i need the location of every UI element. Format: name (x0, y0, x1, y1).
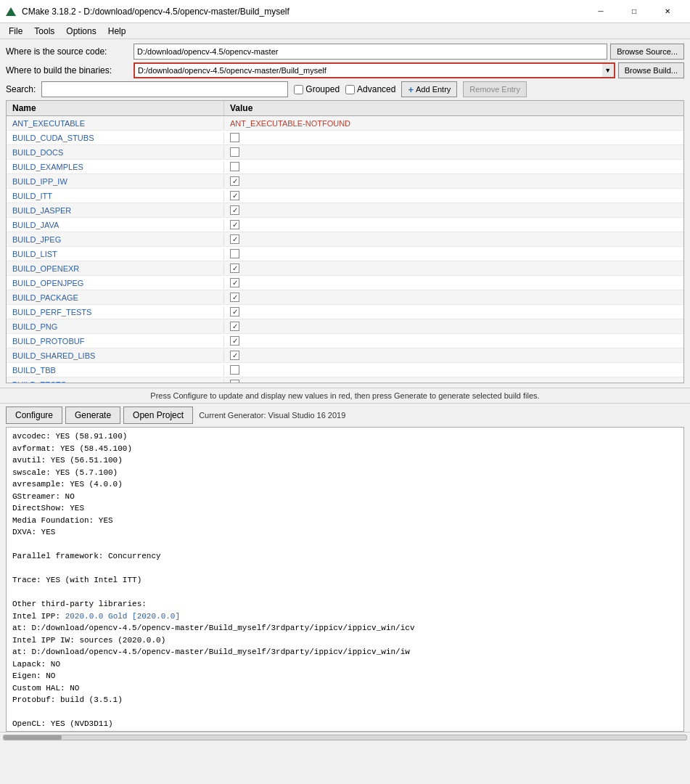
table-row[interactable]: BUILD_OPENEXR✓ (7, 261, 683, 276)
window-title: CMake 3.18.2 - D:/download/opencv-4.5/op… (22, 7, 584, 17)
table-row[interactable]: BUILD_DOCS (7, 145, 683, 160)
table-row[interactable]: BUILD_TESTS✓ (7, 377, 683, 383)
table-row[interactable]: BUILD_ITT✓ (7, 189, 683, 203)
scroll-track[interactable] (3, 735, 687, 740)
table-row[interactable]: BUILD_SHARED_LIBS✓ (7, 348, 683, 363)
checkbox-build_protobuf[interactable]: ✓ (230, 336, 239, 346)
log-line: Other third-party libraries: (12, 598, 678, 611)
log-line: Parallel framework: Concurrency (12, 550, 678, 563)
checkbox-build_shared_libs[interactable]: ✓ (230, 351, 239, 360)
log-line: avresample: YES (4.0.0) (12, 478, 678, 491)
cell-value[interactable]: ANT_EXECUTABLE-NOTFOUND (224, 118, 683, 129)
configure-button[interactable]: Configure (6, 407, 62, 424)
log-line: swscale: YES (5.7.100) (12, 467, 678, 479)
table-row[interactable]: ANT_EXECUTABLEANT_EXECUTABLE-NOTFOUND (7, 116, 683, 131)
log-line (12, 563, 678, 575)
build-dropdown-arrow[interactable]: ▼ (602, 62, 615, 78)
table-row[interactable]: BUILD_JASPER✓ (7, 203, 683, 218)
source-label: Where is the source code: (6, 46, 129, 57)
cell-value[interactable]: ✓ (224, 189, 683, 202)
checkbox-build_examples[interactable] (230, 162, 239, 171)
checkbox-build_itt[interactable]: ✓ (230, 191, 239, 200)
cell-value[interactable]: ✓ (224, 306, 683, 318)
checkbox-build_list[interactable] (230, 249, 239, 258)
remove-entry-button[interactable]: Remove Entry (463, 81, 527, 97)
add-entry-label: Add Entry (416, 85, 451, 94)
advanced-checkbox[interactable] (345, 85, 355, 94)
search-row: Search: Grouped Advanced + Add Entry Rem… (6, 81, 684, 97)
build-input[interactable] (134, 62, 602, 78)
search-input[interactable] (41, 81, 288, 97)
close-button[interactable]: ✕ (651, 0, 684, 23)
checkbox-build_ipp_iw[interactable]: ✓ (230, 176, 239, 186)
table-row[interactable]: BUILD_CUDA_STUBS (7, 131, 683, 145)
log-line: avutil: YES (56.51.100) (12, 454, 678, 467)
table-row[interactable]: BUILD_PROTOBUF✓ (7, 334, 683, 348)
minimize-button[interactable]: ─ (584, 0, 617, 23)
checkbox-build_perf_tests[interactable]: ✓ (230, 307, 239, 317)
table-row[interactable]: BUILD_PERF_TESTS✓ (7, 305, 683, 319)
checkbox-build_package[interactable]: ✓ (230, 293, 239, 302)
table-row[interactable]: BUILD_TBB (7, 363, 683, 377)
menu-file[interactable]: File (3, 25, 28, 38)
advanced-checkbox-label[interactable]: Advanced (345, 84, 395, 94)
log-line: Eigen: NO (12, 670, 678, 682)
cell-value[interactable]: ✓ (224, 378, 683, 383)
checkbox-build_tests[interactable]: ✓ (230, 380, 239, 383)
open-project-button[interactable]: Open Project (123, 407, 193, 424)
browse-build-button[interactable]: Browse Build... (618, 62, 684, 78)
log-line: avformat: YES (58.45.100) (12, 443, 678, 455)
cell-value[interactable] (224, 146, 683, 158)
browse-source-button[interactable]: Browse Source... (610, 44, 684, 60)
checkbox-build_cuda_stubs[interactable] (230, 133, 239, 142)
cell-value[interactable]: ✓ (224, 320, 683, 332)
log-area[interactable]: avcodec: YES (58.91.100) avformat: YES (… (6, 427, 684, 732)
cell-name: BUILD_EXAMPLES (7, 161, 224, 173)
grouped-checkbox[interactable] (294, 85, 303, 94)
cell-name: BUILD_TBB (7, 364, 224, 376)
table-row[interactable]: BUILD_IPP_IW✓ (7, 174, 683, 189)
cell-name: BUILD_CUDA_STUBS (7, 132, 224, 144)
maximize-button[interactable]: □ (617, 0, 651, 23)
checkbox-build_tbb[interactable] (230, 365, 239, 375)
checkbox-build_openexr[interactable]: ✓ (230, 264, 239, 273)
checkbox-build_docs[interactable] (230, 147, 239, 157)
cell-value[interactable] (224, 131, 683, 144)
cell-value[interactable]: ✓ (224, 233, 683, 245)
config-table[interactable]: Name Value ANT_EXECUTABLEANT_EXECUTABLE-… (6, 100, 684, 383)
cell-value[interactable]: ✓ (224, 262, 683, 274)
menu-options[interactable]: Options (60, 25, 102, 38)
checkbox-build_openjpeg[interactable]: ✓ (230, 278, 239, 287)
grouped-checkbox-label[interactable]: Grouped (294, 84, 340, 94)
generate-button[interactable]: Generate (65, 407, 120, 424)
menu-help[interactable]: Help (102, 25, 132, 38)
checkbox-build_jpeg[interactable]: ✓ (230, 234, 239, 244)
cell-value[interactable]: ✓ (224, 219, 683, 231)
table-row[interactable]: BUILD_PACKAGE✓ (7, 290, 683, 305)
cell-value[interactable]: ✓ (224, 349, 683, 362)
scroll-thumb[interactable] (4, 735, 62, 740)
cell-value[interactable] (224, 248, 683, 260)
cell-value[interactable]: ✓ (224, 204, 683, 216)
table-row[interactable]: BUILD_EXAMPLES (7, 160, 683, 174)
cell-value[interactable] (224, 160, 683, 173)
checkbox-build_jasper[interactable]: ✓ (230, 205, 239, 215)
table-row[interactable]: BUILD_LIST (7, 247, 683, 261)
cell-value[interactable]: ✓ (224, 291, 683, 303)
add-entry-button[interactable]: + Add Entry (401, 81, 457, 97)
cell-name: BUILD_JAVA (7, 219, 224, 231)
checkbox-build_png[interactable]: ✓ (230, 322, 239, 331)
checkbox-build_java[interactable]: ✓ (230, 220, 239, 229)
table-row[interactable]: BUILD_PNG✓ (7, 319, 683, 334)
cell-value[interactable]: ✓ (224, 277, 683, 289)
menu-tools[interactable]: Tools (28, 25, 60, 38)
cell-value[interactable]: ✓ (224, 335, 683, 347)
table-row[interactable]: BUILD_JAVA✓ (7, 218, 683, 232)
cell-value[interactable]: ✓ (224, 175, 683, 187)
log-line: Intel IPP IW: sources (2020.0.0) (12, 634, 678, 647)
table-row[interactable]: BUILD_JPEG✓ (7, 232, 683, 247)
cell-value[interactable] (224, 364, 683, 376)
source-input[interactable] (134, 44, 607, 60)
bottom-scrollbar[interactable] (0, 732, 690, 742)
table-row[interactable]: BUILD_OPENJPEG✓ (7, 276, 683, 290)
